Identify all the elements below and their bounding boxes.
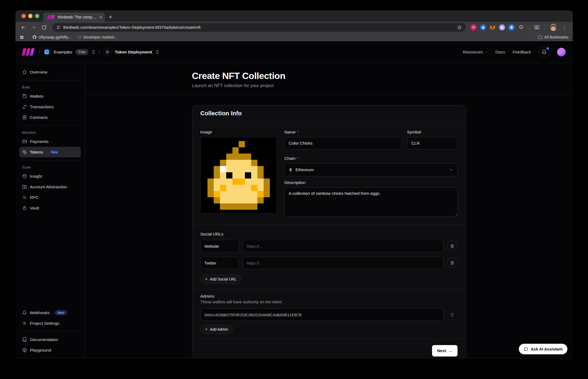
delete-social-url-button[interactable] bbox=[447, 258, 458, 268]
thirdweb-logo[interactable] bbox=[23, 48, 34, 56]
sidebar-item-webhooks[interactable]: Webhooks New bbox=[19, 307, 81, 318]
chain-select[interactable]: Ethereum bbox=[285, 163, 458, 176]
extension-icon-pink[interactable] bbox=[471, 24, 477, 30]
side-panel-icon[interactable] bbox=[534, 25, 540, 30]
sidebar-item-transactions[interactable]: Transactions bbox=[19, 101, 81, 112]
project-name[interactable]: Token Deployment bbox=[115, 50, 152, 55]
bell-icon bbox=[542, 50, 547, 55]
sidebar-item-insight[interactable]: Insight bbox=[19, 171, 81, 181]
chat-bubble-icon bbox=[524, 347, 528, 351]
extensions-row: ⋮ bbox=[469, 24, 570, 31]
sidebar-item-account-abstraction[interactable]: Account Abstraction bbox=[19, 181, 81, 192]
browser-window: thirdweb: The complete web3 ✕ + thirdweb… bbox=[15, 10, 573, 361]
profile-avatar[interactable] bbox=[550, 24, 557, 31]
url-text[interactable]: thirdweb.com/team/examples/Token-Deploym… bbox=[63, 25, 454, 30]
description-textarea[interactable]: A collection of rainbow chicks hatched f… bbox=[285, 187, 458, 217]
extension-icon-blue-lock[interactable] bbox=[509, 24, 514, 30]
next-button[interactable]: Next → bbox=[432, 345, 457, 356]
account-avatar[interactable] bbox=[557, 48, 566, 56]
all-bookmarks-label: All Bookmarks bbox=[544, 35, 568, 39]
feedback-link[interactable]: Feedback bbox=[513, 50, 531, 55]
admin-row bbox=[200, 308, 458, 321]
social-platform-input[interactable] bbox=[200, 257, 239, 269]
delete-admin-button[interactable] bbox=[447, 310, 458, 320]
name-input[interactable] bbox=[285, 137, 402, 149]
payments-icon bbox=[22, 139, 27, 144]
reload-button[interactable] bbox=[39, 23, 49, 32]
gear-icon bbox=[22, 321, 27, 326]
bookmark-label: niftyswap.gg/Nifty... bbox=[39, 35, 71, 39]
url-bar[interactable]: thirdweb.com/team/examples/Token-Deploym… bbox=[52, 23, 466, 32]
app-bottom-edge bbox=[15, 358, 573, 361]
bookmark-label: Developer marketi... bbox=[83, 35, 117, 39]
thirdweb-favicon bbox=[48, 15, 54, 19]
extensions-puzzle-icon[interactable] bbox=[518, 24, 524, 30]
zoom-window-button[interactable] bbox=[35, 14, 39, 18]
site-settings-icon[interactable] bbox=[56, 25, 60, 30]
bookmark-star-icon[interactable] bbox=[457, 25, 462, 30]
required-asterisk: * bbox=[297, 156, 298, 161]
chain-label: Chain bbox=[285, 156, 296, 161]
sidebar-divider bbox=[20, 125, 80, 126]
social-url-input[interactable] bbox=[243, 240, 443, 252]
book-icon bbox=[22, 337, 27, 342]
team-avatar[interactable] bbox=[43, 48, 50, 56]
browser-menu-icon[interactable]: ⋮ bbox=[560, 24, 568, 30]
image-label: Image bbox=[200, 130, 212, 135]
delete-social-url-button[interactable] bbox=[447, 241, 458, 251]
browser-tab[interactable]: thirdweb: The complete web3 ✕ bbox=[43, 12, 105, 22]
nft-image-pixel-art bbox=[207, 141, 270, 210]
resources-menu[interactable]: Resources bbox=[463, 50, 488, 55]
docs-link[interactable]: Docs bbox=[496, 50, 505, 55]
sidebar-item-overview[interactable]: Overview bbox=[19, 67, 81, 77]
ask-ai-assistant-button[interactable]: Ask AI Assistant bbox=[519, 344, 567, 354]
toolbar-divider bbox=[545, 25, 545, 30]
admin-wallet-input[interactable] bbox=[200, 308, 443, 321]
sidebar-section-build: Build bbox=[19, 83, 81, 91]
add-social-url-button[interactable]: + Add Social URL bbox=[200, 275, 241, 284]
main-content: Create NFT Collection Launch an NFT coll… bbox=[85, 63, 573, 358]
collection-image-upload[interactable] bbox=[200, 137, 277, 214]
sidebar-item-payments[interactable]: Payments bbox=[19, 136, 81, 147]
sidebar-item-rpc[interactable]: RPC bbox=[19, 192, 81, 203]
sidebar-item-playground[interactable]: Playground bbox=[19, 345, 81, 355]
toolbar-divider bbox=[529, 25, 529, 30]
all-bookmarks-button[interactable]: All Bookmarks bbox=[538, 35, 568, 39]
bookmarks-divider bbox=[28, 35, 28, 40]
back-button[interactable] bbox=[19, 23, 28, 32]
bookmark-item[interactable]: niftyswap.gg/Nifty... bbox=[32, 35, 71, 39]
sidebar-item-contracts[interactable]: Contracts bbox=[19, 112, 81, 123]
social-platform-input[interactable] bbox=[200, 240, 239, 252]
tokens-icon bbox=[22, 150, 27, 155]
card-title: Collection Info bbox=[200, 110, 458, 117]
add-admin-button[interactable]: + Add Admin bbox=[200, 325, 233, 334]
notifications-button[interactable] bbox=[539, 47, 549, 58]
transactions-icon bbox=[22, 104, 27, 109]
apps-grid-icon[interactable] bbox=[20, 35, 24, 39]
project-switcher-icon[interactable] bbox=[155, 50, 159, 55]
close-window-button[interactable] bbox=[21, 14, 26, 18]
sidebar-item-vault[interactable]: Vault bbox=[19, 203, 81, 213]
forward-button[interactable] bbox=[29, 23, 38, 32]
tab-close-icon[interactable]: ✕ bbox=[99, 15, 102, 19]
plus-icon: + bbox=[205, 327, 208, 332]
sidebar-item-tokens[interactable]: Tokens New bbox=[19, 147, 81, 157]
wallet-icon bbox=[22, 94, 27, 99]
ethereum-icon bbox=[289, 167, 292, 173]
contract-icon bbox=[22, 115, 27, 120]
sidebar-item-documentation[interactable]: Documentation bbox=[19, 334, 81, 345]
new-badge: New bbox=[55, 310, 67, 315]
new-tab-button[interactable]: + bbox=[105, 14, 116, 22]
sidebar-item-wallets[interactable]: Wallets bbox=[19, 91, 81, 101]
extension-icon-blue-ring[interactable] bbox=[480, 24, 486, 30]
minimize-window-button[interactable] bbox=[28, 14, 33, 18]
social-url-input[interactable] bbox=[243, 257, 443, 269]
team-name[interactable]: Examples bbox=[54, 50, 72, 55]
plan-badge: Free bbox=[75, 49, 88, 55]
sidebar-item-project-settings[interactable]: Project Settings bbox=[19, 318, 81, 329]
phantom-extension-icon[interactable] bbox=[499, 24, 505, 30]
team-switcher-icon[interactable] bbox=[92, 50, 95, 55]
bookmark-item[interactable]: Developer marketi... bbox=[78, 35, 117, 39]
symbol-input[interactable] bbox=[407, 137, 458, 149]
metamask-extension-icon[interactable] bbox=[490, 24, 496, 30]
